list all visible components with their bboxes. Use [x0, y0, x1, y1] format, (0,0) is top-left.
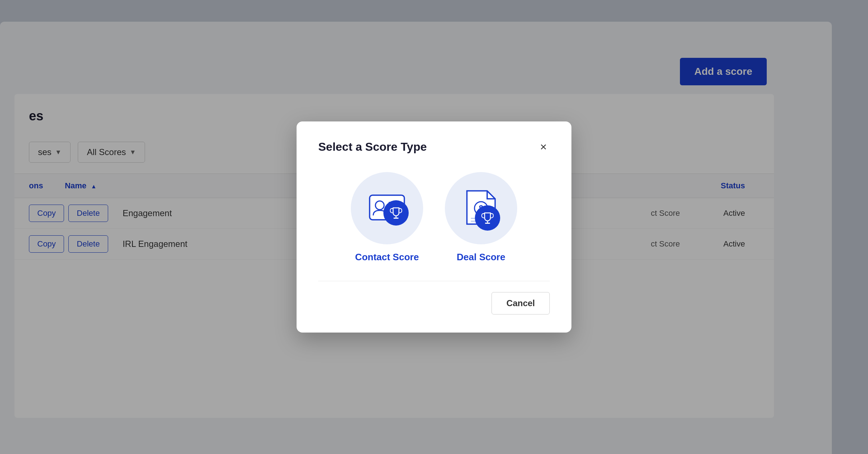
contact-score-label: Contact Score — [355, 252, 419, 263]
modal-overlay: Select a Score Type × — [0, 0, 868, 454]
contact-score-icon-circle — [351, 172, 423, 244]
deal-icon-inner: $ — [465, 189, 497, 227]
deal-trophy-badge — [475, 205, 500, 231]
modal-title: Select a Score Type — [318, 140, 427, 154]
score-options-container: Contact Score $ — [318, 172, 550, 263]
deal-score-label: Deal Score — [457, 252, 505, 263]
contact-icon-inner — [369, 194, 405, 222]
svg-rect-6 — [393, 218, 399, 219]
deal-score-icon-circle: $ — [445, 172, 517, 244]
deal-score-option[interactable]: $ — [445, 172, 517, 263]
contact-score-option[interactable]: Contact Score — [351, 172, 423, 263]
svg-rect-12 — [485, 223, 490, 224]
modal-header: Select a Score Type × — [318, 140, 550, 154]
trophy-icon — [389, 206, 403, 220]
trophy-icon-deal — [480, 211, 495, 225]
contact-trophy-badge — [383, 200, 409, 226]
score-type-modal: Select a Score Type × — [297, 121, 571, 333]
modal-close-button[interactable]: × — [537, 140, 550, 154]
modal-footer: Cancel — [318, 281, 550, 314]
cancel-button[interactable]: Cancel — [492, 292, 550, 314]
